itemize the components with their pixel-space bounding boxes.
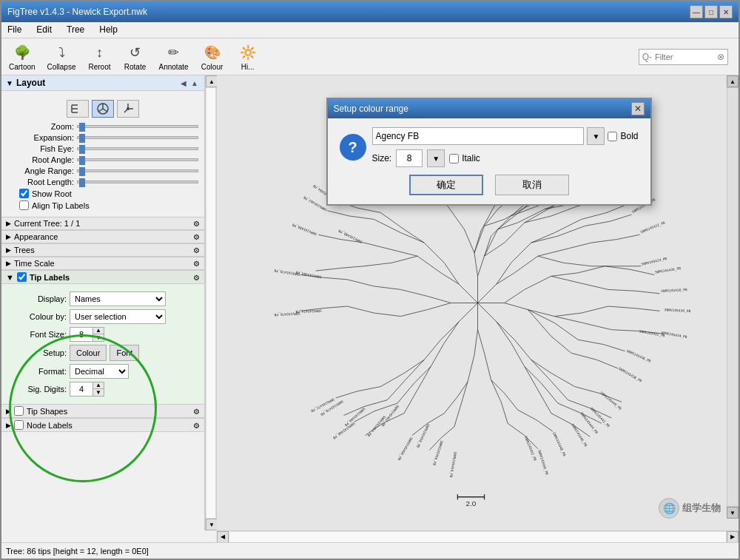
zoom-label: Zoom: xyxy=(7,122,74,131)
show-root-checkbox[interactable] xyxy=(19,189,29,198)
svg-text:SNMV245482_PB: SNMV245482_PB xyxy=(303,195,328,212)
scroll-up-btn[interactable]: ▲ xyxy=(206,75,218,87)
italic-label[interactable]: Italic xyxy=(462,153,480,163)
tip-shapes-header[interactable]: ▶ Tip Shapes ⚙ xyxy=(1,404,204,418)
appearance-header[interactable]: ▶ Appearance ⚙ xyxy=(1,230,204,243)
watermark: 🌐 组学生物 xyxy=(659,498,721,519)
scroll-track[interactable] xyxy=(206,87,216,519)
font-dropdown-arrow[interactable]: ▼ xyxy=(587,127,605,145)
modal-cancel-btn[interactable]: 取消 xyxy=(495,175,569,195)
toolbar-cartoon-btn[interactable]: 🌳 Cartoon xyxy=(6,41,38,72)
font-size-input[interactable] xyxy=(70,330,92,339)
node-labels-checkbox[interactable] xyxy=(14,420,24,430)
h-scroll-left[interactable]: ◀ xyxy=(217,531,229,543)
layout-prev[interactable]: ◀ xyxy=(179,79,188,87)
appearance-btn[interactable]: ⚙ xyxy=(193,233,200,241)
modal-ok-btn[interactable]: 确定 xyxy=(409,175,483,195)
sig-digits-down[interactable]: ▼ xyxy=(93,389,104,396)
font-name-input[interactable] xyxy=(372,127,585,145)
node-labels-header[interactable]: ▶ Node Labels ⚙ xyxy=(1,418,204,432)
time-scale-btn[interactable]: ⚙ xyxy=(193,260,200,268)
tip-shapes-btn[interactable]: ⚙ xyxy=(193,408,200,416)
menu-file[interactable]: File xyxy=(4,24,24,36)
toolbar-reroot-btn[interactable]: ↕ Reroot xyxy=(85,41,115,72)
current-tree-header[interactable]: ▶ Current Tree: 1 / 1 ⚙ xyxy=(1,217,204,230)
h-scroll-track[interactable] xyxy=(229,531,727,543)
menu-edit[interactable]: Edit xyxy=(33,24,55,36)
font-setup-btn[interactable]: Font xyxy=(110,345,139,361)
clear-search-icon[interactable]: ⊗ xyxy=(717,52,724,62)
title-controls: — □ ✕ xyxy=(690,5,733,18)
tip-labels-header[interactable]: ▼ Tip Labels ⚙ xyxy=(1,270,204,284)
filter-box[interactable]: Q- ⊗ xyxy=(639,49,728,65)
colour-setup-btn[interactable]: Colour xyxy=(70,345,107,361)
layout-radial-btn[interactable] xyxy=(92,100,114,118)
toolbar-hi-btn[interactable]: 🔆 Hi... xyxy=(233,41,263,72)
menu-help[interactable]: Help xyxy=(96,24,121,36)
bold-label[interactable]: Bold xyxy=(620,131,638,141)
tip-labels-label: Tip Labels xyxy=(30,273,70,282)
toolbar-annotate-btn[interactable]: ✏ Annotate xyxy=(156,41,192,72)
layout-next[interactable]: ▲ xyxy=(189,79,200,87)
size-label: Size: xyxy=(372,153,392,163)
close-btn[interactable]: ✕ xyxy=(719,5,733,18)
colour-by-select[interactable]: User selection xyxy=(70,309,166,324)
search-icon: Q- xyxy=(642,52,652,62)
h-scroll-right[interactable]: ▶ xyxy=(727,531,739,543)
tree-v-scrollbar[interactable]: ▲ ▼ xyxy=(727,75,739,519)
tip-shapes-label: Tip Shapes xyxy=(27,407,67,416)
layout-section-header[interactable]: ▼ Layout ◀ ▲ xyxy=(1,75,204,91)
layout-rectangular-btn[interactable] xyxy=(67,100,89,118)
size-input[interactable] xyxy=(396,149,423,167)
format-select[interactable]: Decimal xyxy=(70,364,129,379)
size-dropdown-arrow[interactable]: ▼ xyxy=(427,149,445,167)
tree-scroll-track[interactable] xyxy=(727,87,739,507)
tip-labels-btn[interactable]: ⚙ xyxy=(193,274,200,282)
maximize-btn[interactable]: □ xyxy=(704,5,718,18)
fish-eye-row: Fish Eye: xyxy=(7,144,198,153)
trees-btn[interactable]: ⚙ xyxy=(193,246,200,254)
expansion-label: Expansion: xyxy=(7,133,74,142)
toolbar-rotate-btn[interactable]: ↺ Rotate xyxy=(121,41,150,72)
show-root-label[interactable]: Show Root xyxy=(32,189,72,198)
sig-digits-up[interactable]: ▲ xyxy=(93,382,104,389)
tree-scroll-up[interactable]: ▲ xyxy=(727,75,739,87)
modal-close-btn[interactable]: ✕ xyxy=(631,102,645,115)
font-size-down[interactable]: ▼ xyxy=(93,334,104,341)
root-angle-slider[interactable] xyxy=(77,158,198,161)
root-angle-row: Root Angle: xyxy=(7,155,198,164)
toolbar-collapse-btn[interactable]: ⤵ Collapse xyxy=(44,41,79,72)
h-scrollbar[interactable]: ◀ ▶ xyxy=(217,530,739,542)
tip-labels-checkbox[interactable] xyxy=(17,272,27,282)
font-size-up[interactable]: ▲ xyxy=(93,328,104,334)
scroll-down-btn[interactable]: ▼ xyxy=(206,519,218,530)
expansion-slider[interactable] xyxy=(77,136,198,139)
root-length-slider[interactable] xyxy=(77,181,198,183)
node-labels-nav: ⚙ xyxy=(193,421,200,430)
annotate-label: Annotate xyxy=(159,63,189,71)
toolbar-colour-btn[interactable]: 🎨 Colour xyxy=(198,41,227,72)
time-scale-header[interactable]: ▶ Time Scale ⚙ xyxy=(1,257,204,270)
layout-polar-btn[interactable] xyxy=(117,100,139,118)
node-labels-btn[interactable]: ⚙ xyxy=(193,422,200,430)
angle-range-slider[interactable] xyxy=(77,169,198,172)
bold-checkbox[interactable] xyxy=(608,132,617,141)
minimize-btn[interactable]: — xyxy=(690,5,703,18)
italic-checkbox[interactable] xyxy=(449,154,459,163)
left-panel-scrollbar[interactable]: ▲ ▼ xyxy=(205,75,217,530)
svg-line-6 xyxy=(103,109,107,112)
setup-label: Setup: xyxy=(7,348,67,357)
align-tip-label[interactable]: Align Tip Labels xyxy=(32,201,90,210)
display-select[interactable]: Names xyxy=(70,291,166,306)
menu-tree[interactable]: Tree xyxy=(64,24,87,36)
zoom-slider[interactable] xyxy=(77,125,198,128)
tip-shapes-checkbox[interactable] xyxy=(14,406,24,416)
current-tree-btn[interactable]: ⚙ xyxy=(193,220,200,228)
align-tip-checkbox[interactable] xyxy=(19,200,29,210)
search-input[interactable] xyxy=(655,53,714,61)
tree-scroll-down[interactable]: ▼ xyxy=(727,507,739,519)
fish-eye-slider[interactable] xyxy=(77,147,198,150)
trees-header[interactable]: ▶ Trees ⚙ xyxy=(1,243,204,257)
title-bar: FigTree v1.4.3 - Newick Export.nwk — □ ✕ xyxy=(1,1,739,22)
sig-digits-input[interactable] xyxy=(70,385,92,394)
